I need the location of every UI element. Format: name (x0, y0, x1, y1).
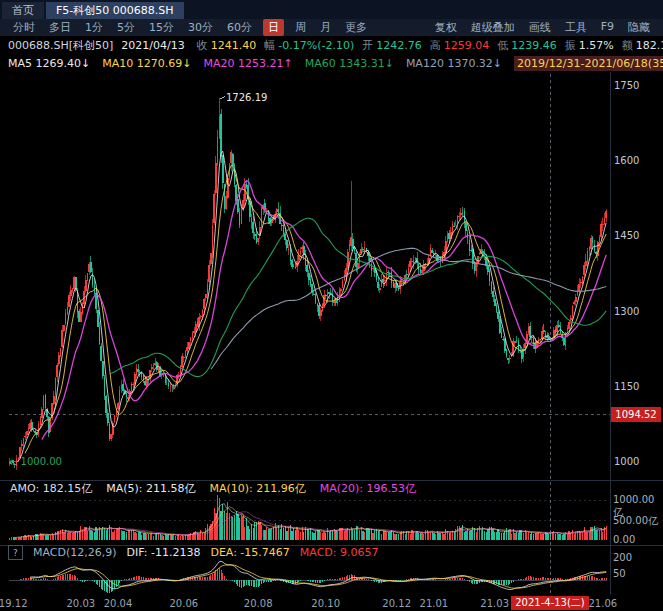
super-overlay-button[interactable]: 超级叠加 (464, 20, 522, 35)
amount-label: 额 (622, 38, 633, 53)
tools-button[interactable]: 工具 (558, 20, 594, 35)
period-30min[interactable]: 30分 (181, 20, 220, 35)
price-axis-label: 1300 (614, 306, 639, 317)
amplitude-value: 1.57% (579, 39, 614, 52)
macd-header: ? MACD(12,26,9) DIF: -11.2138 DEA: -15.7… (8, 545, 379, 560)
ma20-readout: MA20 1253.21↑ (203, 57, 292, 70)
date-range-badge: 2019/12/31-2021/06/18(354日) (514, 56, 663, 71)
tab-stock[interactable]: F5-科创50 000688.SH (46, 2, 184, 19)
info-bar: 000688.SH[科创50] 2021/04/13 收1241.40 幅-0.… (0, 36, 663, 54)
price-axis-label: 1750 (614, 80, 639, 91)
indicator-settings-icon[interactable]: ? (8, 545, 23, 560)
ma120-readout: MA120 1370.32↓ (406, 57, 502, 70)
x-axis-label: 21.03 (480, 598, 509, 609)
price-axis-label: 1150 (614, 381, 639, 392)
open-value: 1242.76 (376, 39, 422, 52)
kline-chart[interactable] (0, 0, 663, 611)
dif-readout: DIF: -11.2138 (127, 546, 201, 559)
adjust-price-button[interactable]: 复权 (428, 20, 464, 35)
high-value: 1259.04 (444, 39, 490, 52)
volume-ma5-readout: MA(5): 211.58亿 (106, 481, 195, 496)
x-axis-label: 20.06 (169, 598, 198, 609)
amount-value: 182.15亿 (636, 38, 663, 53)
period-weekly[interactable]: 周 (288, 20, 313, 35)
period-multiday[interactable]: 多日 (42, 20, 78, 35)
volume-axis-label: 500.00亿 (613, 514, 658, 528)
tab-bar: 首页 F5-科创50 000688.SH (0, 0, 663, 19)
low-value: 1239.46 (511, 39, 557, 52)
hide-button[interactable]: 隐藏 (621, 20, 657, 35)
period-60min[interactable]: 60分 (220, 20, 259, 35)
x-axis-label: 20.12 (382, 598, 411, 609)
close-value: 1241.40 (211, 39, 257, 52)
f9-button[interactable]: F9 (594, 20, 621, 35)
toolbar-right-group: 复权 超级叠加 画线 工具 F9 隐藏 (428, 20, 657, 35)
macd-title: MACD(12,26,9) (33, 546, 117, 559)
x-axis-label: 19.12 (0, 598, 28, 609)
crosshair-price-box: 1094.52 (611, 407, 661, 422)
x-axis: 19.1220.0320.0420.0620.0820.1020.1221.01… (0, 595, 663, 611)
amplitude-label: 振 (565, 38, 576, 53)
period-1min[interactable]: 1分 (78, 20, 110, 35)
turnover-readout: AMO: 182.15亿 (10, 481, 92, 496)
volume-ma10-readout: MA(10): 211.96亿 (209, 481, 305, 496)
x-axis-label: 21.06 (588, 598, 617, 609)
draw-line-button[interactable]: 画线 (522, 20, 558, 35)
period-toolbar: 分时 多日 1分 5分 15分 30分 60分 日 周 月 更多 复权 超级叠加… (0, 19, 663, 36)
peak-price-label: 1726.19 (226, 92, 267, 103)
quote-date: 2021/04/13 (121, 39, 184, 52)
period-15min[interactable]: 15分 (142, 20, 181, 35)
high-label: 高 (430, 38, 441, 53)
volume-ma20-readout: MA(20): 196.53亿 (320, 481, 416, 496)
ma5-readout: MA5 1269.40↓ (8, 57, 90, 70)
low-label: 低 (497, 38, 508, 53)
price-axis-label: 1000 (614, 456, 639, 467)
price-axis-label: 1450 (614, 230, 639, 241)
x-axis-label: 20.08 (244, 598, 273, 609)
stock-code: 000688.SH[科创50] (8, 38, 113, 53)
close-label: 收 (197, 38, 208, 53)
period-monthly[interactable]: 月 (313, 20, 338, 35)
period-daily[interactable]: 日 (263, 19, 284, 36)
tab-home[interactable]: 首页 (2, 2, 44, 19)
macd-readout: MACD: 9.0657 (300, 546, 379, 559)
macd-axis-label: 200 (613, 552, 632, 563)
ma60-readout: MA60 1343.31↓ (305, 57, 394, 70)
x-axis-label: 20.03 (66, 598, 95, 609)
open-label: 开 (362, 38, 373, 53)
period-intraday[interactable]: 分时 (6, 20, 42, 35)
x-axis-label: 20.10 (311, 598, 340, 609)
dea-readout: DEA: -15.7467 (210, 546, 289, 559)
ma-row: MA5 1269.40↓ MA10 1270.69↓ MA20 1253.21↑… (0, 54, 663, 72)
start-price-label: ← 1000.00 (9, 456, 62, 467)
period-more[interactable]: 更多 (338, 20, 374, 35)
x-axis-label: 21.01 (420, 598, 449, 609)
ma10-readout: MA10 1270.69↓ (102, 57, 191, 70)
period-5min[interactable]: 5分 (110, 20, 142, 35)
volume-axis-label: 0.00 (613, 534, 635, 545)
crosshair-date-box: 2021-4-13(二) (511, 596, 589, 610)
x-axis-label: 20.04 (104, 598, 133, 609)
change-value: -0.17%(-2.10) (278, 39, 354, 52)
price-axis-label: 1600 (614, 155, 639, 166)
change-label: 幅 (264, 38, 275, 53)
macd-axis-label: 50 (613, 568, 626, 579)
volume-header: AMO: 182.15亿 MA(5): 211.58亿 MA(10): 211.… (10, 481, 416, 496)
